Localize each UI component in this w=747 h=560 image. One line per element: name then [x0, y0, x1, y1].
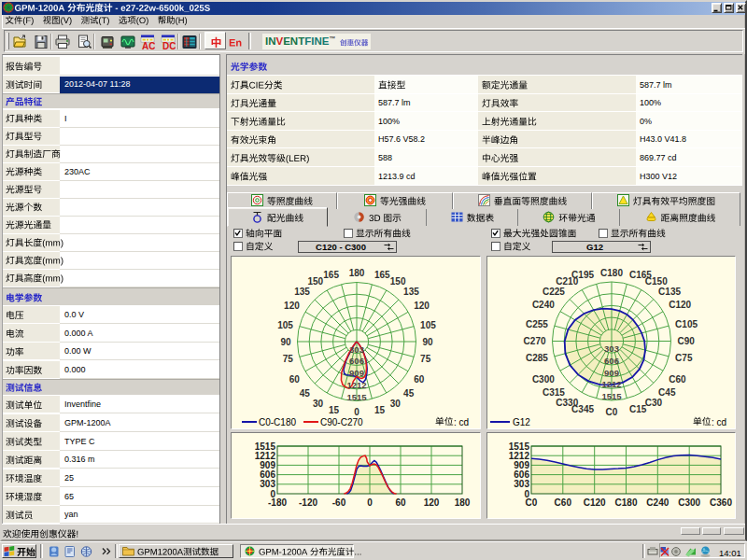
svg-text:C90: C90 [678, 336, 696, 346]
svg-text:60: 60 [395, 497, 406, 508]
svg-text:C30: C30 [645, 398, 663, 408]
svg-text:45: 45 [300, 388, 311, 399]
svg-text:909: 909 [260, 460, 275, 470]
svg-text:15: 15 [329, 405, 340, 415]
svg-text:15: 15 [374, 405, 386, 415]
svg-text:C135: C135 [658, 287, 681, 297]
svg-text:75: 75 [283, 354, 294, 364]
svg-text:150: 150 [390, 276, 406, 287]
svg-text:1515: 1515 [601, 391, 622, 401]
svg-text:45: 45 [403, 388, 415, 399]
svg-text:1515: 1515 [509, 441, 530, 452]
svg-text:C0: C0 [606, 407, 618, 417]
svg-text:AC: AC [142, 41, 155, 50]
svg-text:606: 606 [260, 469, 275, 480]
svg-text:606: 606 [349, 356, 364, 366]
svg-text:909: 909 [514, 460, 529, 470]
svg-text:C120: C120 [669, 300, 691, 310]
svg-text:60: 60 [414, 374, 425, 385]
svg-text:C225: C225 [543, 287, 565, 297]
svg-text:C210: C210 [556, 276, 578, 287]
svg-text:1212: 1212 [509, 451, 530, 461]
svg-text:C165: C165 [629, 270, 652, 280]
svg-text:0: 0 [270, 489, 275, 499]
svg-text:C300: C300 [678, 497, 700, 508]
svg-text:0: 0 [367, 497, 373, 508]
svg-text:90: 90 [423, 337, 434, 347]
svg-text:30: 30 [390, 399, 402, 409]
svg-text:105: 105 [277, 320, 293, 330]
svg-text:C345: C345 [571, 404, 594, 414]
svg-text:C255: C255 [526, 319, 548, 329]
svg-text:C45: C45 [658, 387, 676, 398]
svg-text:150: 150 [308, 276, 324, 287]
svg-text:120: 120 [424, 497, 440, 508]
svg-text:30: 30 [313, 399, 324, 409]
svg-text:C60: C60 [555, 497, 572, 508]
svg-text:303: 303 [604, 343, 619, 354]
svg-text:C240: C240 [532, 300, 555, 310]
svg-text:90: 90 [280, 337, 291, 347]
svg-text:0: 0 [354, 407, 359, 417]
svg-text:180: 180 [455, 497, 471, 508]
svg-text:DC: DC [162, 41, 176, 50]
svg-text:1515: 1515 [255, 441, 276, 452]
svg-text:C90-C270: C90-C270 [320, 417, 363, 427]
svg-text:C75: C75 [675, 353, 693, 363]
svg-text:C270: C270 [524, 336, 546, 346]
svg-text:165: 165 [374, 270, 390, 280]
svg-text:135: 135 [294, 287, 310, 297]
svg-text:909: 909 [349, 368, 364, 378]
svg-text:C240: C240 [646, 497, 669, 508]
svg-text:C180: C180 [600, 268, 623, 278]
svg-text:180: 180 [349, 268, 365, 278]
svg-text:105: 105 [420, 320, 436, 330]
svg-text:606: 606 [514, 469, 529, 480]
svg-text:C0: C0 [526, 497, 538, 508]
svg-text:135: 135 [403, 287, 419, 297]
svg-text:-120: -120 [299, 497, 317, 508]
svg-text:120: 120 [284, 301, 300, 311]
svg-text:G12: G12 [513, 417, 530, 427]
svg-text:C360: C360 [710, 497, 732, 508]
svg-text:120: 120 [414, 301, 430, 311]
svg-text:C60: C60 [669, 374, 686, 385]
svg-text:C180: C180 [615, 497, 638, 508]
svg-text:75: 75 [420, 354, 431, 364]
svg-text:303: 303 [349, 344, 364, 355]
svg-text:1212: 1212 [601, 379, 621, 389]
svg-text:303: 303 [260, 479, 275, 489]
svg-text:60: 60 [289, 374, 301, 385]
svg-text:C0-C180: C0-C180 [259, 417, 296, 427]
svg-text:1212: 1212 [255, 451, 276, 461]
svg-text:1212: 1212 [346, 380, 366, 390]
svg-text:C285: C285 [526, 353, 548, 363]
svg-text:C120: C120 [584, 497, 606, 508]
svg-text:C300: C300 [532, 374, 555, 385]
svg-text:165: 165 [323, 270, 339, 280]
svg-text:606: 606 [604, 356, 619, 366]
svg-text:C315: C315 [543, 387, 565, 398]
svg-text:C105: C105 [675, 319, 698, 329]
svg-text:303: 303 [514, 479, 529, 489]
svg-text:-60: -60 [332, 497, 346, 508]
svg-text:909: 909 [604, 368, 619, 378]
svg-text:0: 0 [524, 489, 529, 499]
svg-text:-180: -180 [268, 497, 287, 508]
svg-text:1515: 1515 [346, 392, 367, 402]
